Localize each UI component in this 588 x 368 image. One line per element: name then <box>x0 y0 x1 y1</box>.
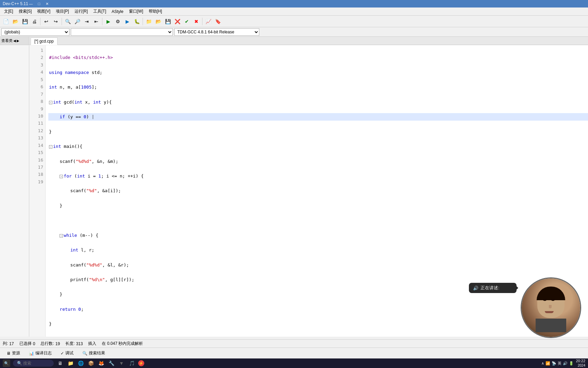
mode-value: 插入 <box>88 341 96 347</box>
taskbar-icon-devcpp[interactable]: 🔧 <box>108 359 115 367</box>
taskbar-icon-monitor[interactable]: 🖥 <box>56 359 64 367</box>
compile-run-button[interactable]: ▶ <box>104 17 113 26</box>
undo-button[interactable]: ↩ <box>42 17 51 26</box>
line-num-3: 3 <box>29 61 43 68</box>
menu-item-s[interactable]: 搜索[S] <box>16 8 35 15</box>
status-message: 在 0.047 秒内完成解析 <box>102 341 143 347</box>
systray-chevron[interactable]: ∧ <box>541 361 544 366</box>
unindent-button[interactable]: ⇤ <box>92 17 101 26</box>
menu-item-r[interactable]: 运行[R] <box>72 8 91 15</box>
compile-log-label: 编译日志 <box>35 350 52 356</box>
taskbar-icon-browser[interactable]: 🌐 <box>77 359 84 367</box>
check-button[interactable]: ✔ <box>182 17 191 26</box>
code-line-11: } <box>48 202 588 210</box>
status-mode: 插入 <box>88 341 96 347</box>
open-button[interactable]: 📂 <box>11 17 20 26</box>
project-new-button[interactable]: 📁 <box>144 17 153 26</box>
project-open-button[interactable]: 📂 <box>154 17 163 26</box>
menu-item-e[interactable]: 文[E] <box>1 8 16 15</box>
print-button[interactable]: 🖨 <box>30 17 39 26</box>
taskbar-start[interactable]: 🔍 <box>3 359 10 367</box>
line-num-18: 18 <box>29 171 43 178</box>
systray-volume[interactable]: 🔊 <box>563 361 568 366</box>
line-num-19: 19 <box>29 178 43 185</box>
resources-icon: 🖥 <box>6 351 11 356</box>
project-close-button[interactable]: ❌ <box>173 17 182 26</box>
menu-item-astyle[interactable]: AStyle <box>109 9 126 15</box>
compiler-dropdown[interactable]: TDM-GCC 4.8.1 64-bit Release <box>174 28 259 36</box>
save-button[interactable]: 💾 <box>20 17 29 26</box>
left-panel-back[interactable]: ◀ <box>13 39 16 43</box>
code-line-6: } <box>48 128 588 136</box>
debug-icon: ✓ <box>61 351 64 356</box>
code-line-18: return 0; <box>48 306 588 313</box>
scope-dropdown[interactable]: (globals) <box>1 28 69 36</box>
debug-button[interactable]: 🐛 <box>132 17 141 26</box>
webcam-video <box>522 278 580 337</box>
run-button[interactable]: ▶ <box>123 17 132 26</box>
fold-icon-9[interactable]: - <box>60 175 63 178</box>
menu-item-t[interactable]: 工具[T] <box>91 8 109 15</box>
menu-item-w[interactable]: 窗口[W] <box>126 8 146 15</box>
menubar: 文[E]搜索[S]视图[V]项目[P]运行[R]工具[T]AStyle窗口[W]… <box>0 7 588 16</box>
code-line-8: scanf("%d%d", &n, &m); <box>48 158 588 165</box>
chat-text: 正在讲述: <box>480 285 500 291</box>
project-save-button[interactable]: 💾 <box>163 17 172 26</box>
replace-button[interactable]: 🔎 <box>73 17 82 26</box>
close-button[interactable]: ✕ <box>45 1 50 6</box>
taskbar-icon-package[interactable]: 📦 <box>87 359 95 367</box>
menu-item-p[interactable]: 项目[P] <box>53 8 72 15</box>
toolbar-sep-4 <box>143 18 143 25</box>
selected-value: 0 <box>33 341 35 346</box>
tab-gcd-cpp[interactable]: [*] gcd.cpp <box>31 37 58 45</box>
search-results-label: 搜索结果 <box>89 350 105 356</box>
taskbar-search[interactable] <box>13 360 54 367</box>
function-dropdown[interactable] <box>71 28 173 36</box>
redo-button[interactable]: ↪ <box>51 17 60 26</box>
compile-button[interactable]: ⚙ <box>113 17 122 26</box>
line-num-13: 13 <box>29 134 43 141</box>
maximize-button[interactable]: □ <box>36 1 42 6</box>
clock: 20:22 2024 <box>576 359 585 367</box>
systray-wifi[interactable]: 📡 <box>552 361 556 366</box>
new-button[interactable]: 📄 <box>1 17 10 26</box>
taskbar-icon-firefox[interactable]: 🦊 <box>97 359 105 367</box>
bookmark-button[interactable]: 🔖 <box>213 17 222 26</box>
taskbar-icon-active[interactable]: ⚡ <box>138 360 144 366</box>
taskbar-icon-dropdown[interactable]: ▼ <box>118 359 125 367</box>
fold-icon-4[interactable]: - <box>49 101 52 104</box>
menu-item-v[interactable]: 视图[V] <box>34 8 53 15</box>
systray-lang[interactable]: 英 <box>558 361 561 366</box>
line-num-4: 4 <box>29 68 43 76</box>
line-num-10: 10 <box>29 112 43 120</box>
minimize-button[interactable]: — <box>28 1 34 6</box>
taskbar-icon-folder[interactable]: 📁 <box>67 359 74 367</box>
left-panel-forward[interactable]: ▶ <box>17 39 19 43</box>
bottom-tab-resources[interactable]: 🖥 资源 <box>3 349 24 357</box>
search-results-icon: 🔍 <box>82 351 87 356</box>
line-num-15: 15 <box>29 149 43 156</box>
indent-button[interactable]: ⇥ <box>82 17 91 26</box>
menu-item-h[interactable]: 帮助[H] <box>146 8 165 15</box>
chat-icon: 🔊 <box>473 286 478 291</box>
systray-network[interactable]: 📶 <box>545 361 550 366</box>
toolbar-sep-5 <box>202 18 202 25</box>
systray-bat[interactable]: 🔋 <box>569 361 574 366</box>
webcam-overlay <box>521 277 581 338</box>
search-button[interactable]: 🔍 <box>63 17 72 26</box>
code-line-3: int n, m, a[1005]; <box>48 83 588 91</box>
col-value: 17 <box>9 341 14 346</box>
taskbar-icon-music[interactable]: 🎵 <box>128 359 135 367</box>
bottom-tab-debug[interactable]: ✓ 调试 <box>57 349 77 357</box>
line-num-17: 17 <box>29 164 43 171</box>
fold-icon-13[interactable]: - <box>60 234 63 237</box>
tab-container: [*] gcd.cpp <box>29 37 60 45</box>
bottom-tab-search[interactable]: 🔍 搜索结果 <box>79 349 109 357</box>
profile-button[interactable]: 📈 <box>204 17 213 26</box>
stop-button[interactable]: ✖ <box>192 17 201 26</box>
resources-label: 资源 <box>12 350 20 356</box>
message-value: 在 0.047 秒内完成解析 <box>102 341 143 347</box>
bottom-tab-compile-log[interactable]: 📊 编译日志 <box>25 349 55 357</box>
toolbar-sep-3 <box>102 18 102 25</box>
fold-icon-7[interactable]: - <box>49 145 52 149</box>
